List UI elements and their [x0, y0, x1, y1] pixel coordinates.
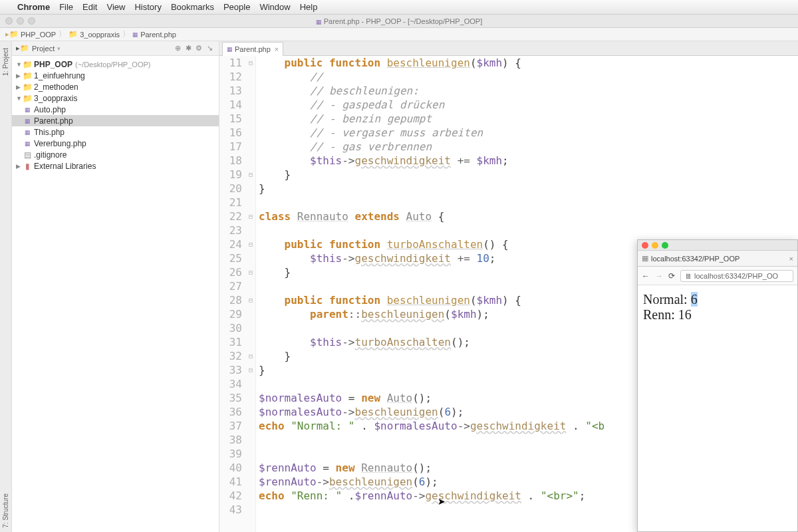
menu-people[interactable]: People [223, 2, 250, 12]
output-line: Renn: 16 [643, 307, 792, 323]
tree-folder[interactable]: ▼📁3_ooppraxis [12, 92, 219, 104]
php-file-icon: ▦ [227, 46, 233, 53]
address-bar[interactable]: 🗎 localhost:63342/PHP_OO [680, 270, 793, 282]
browser-window-controls [638, 240, 797, 251]
left-tool-gutter: 1: Project 7: Structure [0, 41, 12, 532]
tab-label: Parent.php [235, 45, 271, 53]
tool-structure-tab[interactable]: 7: Structure [2, 493, 9, 528]
hide-icon[interactable]: ↘ [204, 44, 215, 53]
breadcrumb-folder[interactable]: 📁3_ooppraxis [68, 30, 120, 39]
php-file-icon: ▦ [23, 106, 32, 113]
editor-tabs: ▦ Parent.php × [219, 41, 798, 56]
folder-icon: 📁 [68, 30, 78, 39]
php-file-icon: ▦ [316, 19, 322, 25]
php-file-icon: ▦ [23, 140, 32, 147]
reload-icon[interactable]: ⟳ [668, 271, 675, 281]
php-file-icon: ▦ [23, 129, 32, 136]
tree-file[interactable]: ▤.gitignore [12, 149, 219, 160]
tree-external-libraries[interactable]: ▶▮External Libraries [12, 160, 219, 172]
breadcrumb-sep: 〉 [59, 29, 66, 39]
text-file-icon: ▤ [23, 150, 32, 160]
close-tab-icon[interactable]: × [275, 45, 279, 53]
tree-file-selected[interactable]: ▦Parent.php [12, 115, 219, 126]
close-window-icon[interactable] [5, 17, 13, 25]
tool-project-tab[interactable]: 1: Project [2, 48, 9, 76]
menu-history[interactable]: History [134, 2, 161, 12]
menu-file[interactable]: File [59, 2, 73, 12]
close-window-icon[interactable] [642, 242, 648, 249]
menu-view[interactable]: View [106, 2, 125, 12]
tree-folder[interactable]: ▶📁1_einfuehrung [12, 70, 219, 81]
close-tab-icon[interactable]: × [789, 255, 793, 263]
maximize-window-icon[interactable] [28, 17, 35, 25]
browser-tab[interactable]: ▦ localhost:63342/PHP_OOP × [638, 251, 797, 267]
collapse-icon[interactable]: ⊕ [172, 44, 183, 53]
selected-text: 6 [691, 292, 698, 307]
folder-icon: 📁 [23, 94, 32, 103]
folder-icon: 📁 [23, 71, 32, 80]
tree-folder[interactable]: ▶📁2_methoden [12, 81, 219, 92]
project-panel: ▸📁Project ▾ ⊕ ✱ ⚙ ↘ ▼📁PHP_OOP(~/Desktop/… [12, 41, 219, 532]
project-dropdown-icon[interactable]: ▸📁 [16, 44, 29, 53]
line-number-gutter: 1112131415161718192021222324252627282930… [219, 56, 246, 532]
menu-window[interactable]: Window [259, 2, 290, 12]
output-line: Normal: 6 [643, 292, 792, 307]
browser-tab-title: localhost:63342/PHP_OOP [651, 255, 739, 263]
window-title: ▦Parent.php - PHP_OOP - [~/Desktop/PHP_O… [316, 17, 483, 25]
php-file-icon: ▦ [23, 118, 32, 124]
project-panel-header: ▸📁Project ▾ ⊕ ✱ ⚙ ↘ [12, 41, 219, 56]
folder-icon: ▸📁 [5, 30, 19, 39]
tree-file[interactable]: ▦Auto.php [12, 104, 219, 115]
macos-menubar: Chrome File Edit View History Bookmarks … [0, 0, 798, 15]
tree-file[interactable]: ▦This.php [12, 126, 219, 138]
menu-help[interactable]: Help [300, 2, 318, 12]
breadcrumb: ▸📁PHP_OOP 〉 📁3_ooppraxis 〉 ▦Parent.php [0, 28, 798, 41]
tree-root[interactable]: ▼📁PHP_OOP(~/Desktop/PHP_OOP) [12, 59, 219, 70]
page-icon: 🗎 [685, 272, 692, 280]
menu-edit[interactable]: Edit [82, 2, 97, 12]
minimize-window-icon[interactable] [652, 242, 658, 249]
ide-titlebar: ▦Parent.php - PHP_OOP - [~/Desktop/PHP_O… [0, 15, 798, 28]
forward-icon[interactable]: → [655, 271, 663, 281]
project-panel-title[interactable]: Project [32, 45, 55, 53]
browser-page-content: Normal: 6 Renn: 16 [638, 285, 797, 329]
browser-toolbar: ← → ⟳ 🗎 localhost:63342/PHP_OO [638, 267, 797, 285]
target-icon[interactable]: ✱ [183, 44, 194, 53]
breadcrumb-sep: 〉 [122, 29, 130, 39]
editor-tab[interactable]: ▦ Parent.php × [222, 42, 283, 56]
maximize-window-icon[interactable] [662, 242, 668, 249]
folder-icon: 📁 [23, 60, 32, 69]
library-icon: ▮ [23, 162, 32, 171]
project-tree: ▼📁PHP_OOP(~/Desktop/PHP_OOP) ▶📁1_einfueh… [12, 56, 219, 174]
menu-bookmarks[interactable]: Bookmarks [171, 2, 214, 12]
tree-file[interactable]: ▦Vererbung.php [12, 138, 219, 149]
breadcrumb-root[interactable]: ▸📁PHP_OOP [5, 30, 56, 39]
app-name[interactable]: Chrome [17, 2, 50, 12]
php-file-icon: ▦ [132, 31, 138, 38]
favicon-icon: ▦ [642, 254, 648, 263]
window-controls [5, 17, 35, 25]
minimize-window-icon[interactable] [17, 17, 24, 25]
settings-icon[interactable]: ⚙ [194, 44, 204, 53]
fold-gutter: ⊟⊟⊟⊟⊟⊟⊟⊟ [246, 56, 255, 532]
breadcrumb-file[interactable]: ▦Parent.php [132, 31, 176, 39]
folder-icon: 📁 [23, 82, 32, 92]
back-icon[interactable]: ← [642, 271, 650, 281]
browser-window: ▦ localhost:63342/PHP_OOP × ← → ⟳ 🗎 loca… [637, 239, 798, 532]
